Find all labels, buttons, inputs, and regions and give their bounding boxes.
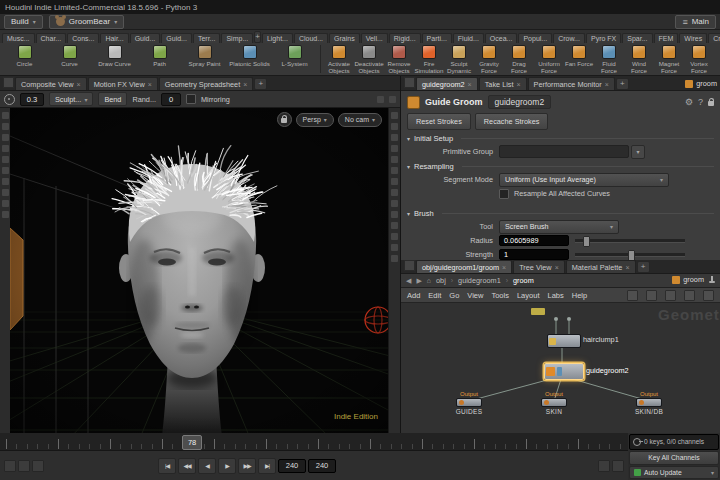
shelf-tool[interactable]: Drag Force [504,44,534,75]
network-path-chip[interactable]: groom [672,275,715,286]
node-input-dot[interactable] [554,317,558,321]
shelf-tool[interactable]: Gravity Force [474,44,504,75]
viewport-tool-icon[interactable] [391,233,398,240]
toolbar-option-icon[interactable] [389,96,396,103]
output-node[interactable] [541,398,567,407]
brush-radius-value-field[interactable]: 0.0605989 [499,235,569,246]
viewport-tool-icon[interactable] [2,156,9,163]
close-icon[interactable]: × [502,264,506,271]
network-menu-item[interactable]: Tools [491,291,509,300]
shelf-tool[interactable]: Sculpt Dynamic Ob... [444,44,474,75]
output-node-block[interactable]: Output SKIN/DB [621,391,677,415]
shelf-tool[interactable]: Wind Force [624,44,654,75]
close-icon[interactable]: × [555,264,559,271]
playbar-option-icon[interactable] [612,460,624,472]
viewport-tool-icon[interactable] [391,200,398,207]
close-icon[interactable]: × [605,81,609,88]
playbar-option-icon[interactable] [18,460,30,472]
slider-handle[interactable] [583,236,590,247]
shelf-tab[interactable]: Guid... [161,33,192,43]
network-display-icon[interactable] [684,290,695,301]
viewport-tool-icon[interactable] [391,156,398,163]
shelf-tab[interactable]: Wires [679,33,707,43]
viewport-tool-icon[interactable] [2,112,9,119]
parameter-pane-tab[interactable]: Performance Monitor × [528,77,615,90]
timeline[interactable]: 78 [0,433,628,451]
shelf-tool[interactable]: L-System [272,44,317,75]
step-back-button[interactable]: ◀ [198,458,216,474]
viewport-tool-icon[interactable] [391,244,398,251]
key-all-channels-button[interactable]: Key All Channels [629,451,719,466]
node-name-field[interactable]: guidegroom2 [488,95,552,109]
viewport-tool-icon[interactable] [391,178,398,185]
back-icon[interactable]: ◀ [406,277,411,285]
viewport-pane-tab[interactable]: Composite View × [15,77,87,90]
jump-to-end-button[interactable]: ▶| [258,458,276,474]
brush-radius-slider[interactable] [575,236,685,245]
fast-forward-button[interactable]: ▶▶ [238,458,256,474]
brush-strength-slider[interactable] [575,250,685,259]
close-icon[interactable]: × [625,264,629,271]
shelf-tool[interactable]: Fluid Force [594,44,624,75]
viewport-tool-icon[interactable] [2,167,9,174]
network-menu-item[interactable]: Add [407,291,420,300]
close-icon[interactable]: × [468,81,472,88]
section-resampling[interactable]: ▾ Resampling [407,162,714,171]
section-brush[interactable]: ▾ Brush [407,209,714,218]
shelf-tab[interactable]: Ocea... [485,33,518,43]
global-end-frame-field[interactable]: 240 [308,459,336,473]
viewport-tool-icon[interactable] [2,211,9,218]
network-display-icon[interactable] [646,290,657,301]
breadcrumb-root[interactable]: obj [436,276,446,285]
pane-menu-icon[interactable] [404,77,415,88]
viewport-tool-icon[interactable] [391,255,398,262]
network-pane-tab[interactable]: Tree View × [513,260,565,273]
viewport-tool-icon[interactable] [2,134,9,141]
shelf-tab[interactable]: Grains [329,33,360,43]
network-display-icon[interactable] [627,290,638,301]
hairclump-node[interactable] [547,334,581,348]
playbar-option-icon[interactable] [598,460,610,472]
output-node[interactable] [456,398,482,407]
playbar-option-icon[interactable] [32,460,44,472]
output-node[interactable] [636,398,662,407]
playbar-option-icon[interactable] [4,460,16,472]
node-label[interactable]: guidegroom2 [586,366,629,375]
shelf-tab[interactable]: Simp... [221,33,253,43]
main-desktop-selector[interactable]: ≡ Main [675,15,716,29]
viewport-pane-tab[interactable]: Motion FX View × [88,77,158,90]
shelf-tool[interactable]: Path [137,44,182,75]
shelf-tab[interactable]: Cloud... [294,33,328,43]
home-icon[interactable]: ⌂ [427,277,431,284]
viewport-tool-icon[interactable] [391,134,398,141]
parameter-pane-tab[interactable]: guidegroom2 × [416,77,478,90]
viewport-3d[interactable]: Persp ▾ No cam ▾ Indie Edition [10,108,388,433]
shelf-tab[interactable]: Hair... [100,33,128,43]
node-label[interactable]: hairclump1 [583,335,619,344]
network-display-icon[interactable] [703,290,714,301]
shelf-tool[interactable]: Fan Force [564,44,594,75]
resample-checkbox[interactable] [499,189,509,199]
shelf-tool[interactable]: Curve [47,44,92,75]
guidegroom-node[interactable] [544,363,584,380]
shelf-tab[interactable]: FEM [654,33,679,43]
shelf-tool[interactable]: Platonic Solids [227,44,272,75]
shelf-tab[interactable]: Parti... [422,33,452,43]
shelf-tab[interactable]: Pyro FX [586,33,621,43]
toolbar-option-icon[interactable] [377,96,384,103]
network-menu-item[interactable]: Edit [428,291,441,300]
close-icon[interactable]: × [148,81,152,88]
shelf-tool[interactable]: Draw Curve [92,44,137,75]
camera-projection-dropdown[interactable]: Persp ▾ [296,113,334,127]
shelf-add-tab-button[interactable]: + [254,31,261,43]
viewport-tool-icon[interactable] [391,112,398,119]
shelf-tool[interactable]: Remove Objects fro... [384,44,414,75]
recache-strokes-button[interactable]: Recache Strokes [475,113,549,130]
viewport-tool-icon[interactable] [391,222,398,229]
build-menu-button[interactable]: Build ▾ [4,15,43,29]
brush-tool-dropdown[interactable]: Screen Brush ▾ [499,220,619,234]
shelf-tab[interactable]: Light... [262,33,293,43]
primitive-group-input[interactable] [499,145,629,158]
close-icon[interactable]: × [77,81,81,88]
new-pane-tab-button[interactable]: + [616,78,629,90]
